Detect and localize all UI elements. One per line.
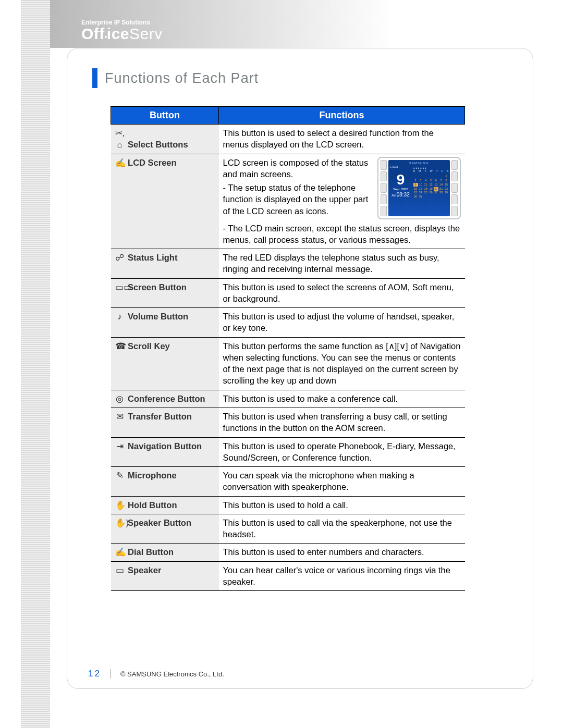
lcd-mock-time: 08:32 (397, 192, 410, 198)
table-row: ✍ Dial Button This button is used to ent… (111, 544, 465, 561)
table-row: ✍ LCD Screen LCD screen is composed of t… (111, 154, 465, 249)
status-icon: ☍ (115, 252, 125, 263)
left-texture-strip (21, 0, 50, 728)
speaker-label: Speaker (128, 565, 161, 575)
speaker-icon: ▭ (115, 564, 125, 576)
dow: W (430, 169, 432, 173)
footer-divider (111, 669, 111, 678)
conference-label: Conference Button (128, 394, 205, 403)
navigation-label: Navigation Button (128, 441, 202, 451)
lcd-icon: ✍ (115, 157, 125, 168)
dow: T (424, 169, 426, 173)
table-row: ☎ Scroll Key This button performs the sa… (111, 337, 465, 390)
speaker-desc: You can hear caller's voice or various i… (219, 561, 465, 591)
table-row: ✂, ⌂ Select Buttons This button is used … (111, 125, 465, 154)
dow: S (413, 169, 415, 173)
page-footer: 12 © SAMSUNG Electronics Co., Ltd. (88, 669, 224, 679)
transfer-label: Transfer Button (128, 412, 192, 421)
table-row: ♪ Volume Button This button is used to a… (111, 308, 465, 338)
conference-desc: This button is used to make a conference… (219, 390, 465, 408)
col-button: Button (111, 106, 219, 125)
table-row: ☍ Status Light The red LED displays the … (111, 249, 465, 279)
screen-desc: This button is used to select the screen… (219, 278, 465, 308)
lcd-mock-am: AM (391, 194, 396, 197)
lcd-mock-image: SAMSUNG C 0236 9 Sept. 2005 AM 08:32 (377, 157, 461, 219)
dow: S (447, 169, 449, 173)
lcd-mock-big: 9 (388, 172, 413, 187)
dial-icon: ✍ (115, 546, 125, 558)
status-label: Status Light (128, 253, 177, 262)
scroll-label: Scroll Key (128, 341, 170, 351)
lcd-label: LCD Screen (128, 158, 177, 167)
table-row: ⇥ Navigation Button This button is used … (111, 437, 465, 467)
col-functions: Functions (219, 106, 465, 125)
speaker-button-icon: ✋) (115, 517, 125, 528)
lcd-mock-code: C 0236 (388, 165, 413, 169)
speaker-button-label: Speaker Button (128, 518, 191, 527)
header-band: Enterprise IP Solutions OfficeServ (50, 0, 542, 48)
lcd-desc-b1: - The setup status of the telephone func… (223, 182, 372, 217)
title-accent-bar (92, 68, 97, 88)
volume-icon: ♪ (115, 311, 125, 322)
lcd-desc-b2: - The LCD main screen, except the status… (223, 223, 461, 246)
table-row: ✎ Microphone You can speak via the micro… (111, 467, 465, 497)
transfer-desc: This button is used when transferring a … (219, 408, 465, 437)
volume-label: Volume Button (128, 312, 188, 321)
speaker-button-desc: This button is used to call via the spea… (219, 514, 465, 544)
dial-label: Dial Button (128, 547, 174, 557)
section-title: Functions of Each Part (105, 70, 259, 87)
microphone-icon: ✎ (115, 470, 125, 481)
dow: F (442, 169, 443, 173)
lcd-calendar-grid: 1 2345678 9101112131415 16171819202122 2… (413, 175, 449, 199)
volume-desc: This button is used to adjust the volume… (219, 308, 465, 338)
brand-bold: Office (81, 25, 129, 42)
screen-label: Screen Button (128, 282, 187, 292)
conference-icon: ◎ (115, 393, 125, 404)
parts-table: Button Functions ✂, ⌂ Select Buttons Thi… (111, 106, 465, 591)
hold-icon: ✋ (115, 499, 125, 511)
dial-desc: This button is used to enter numbers and… (219, 544, 465, 561)
microphone-desc: You can speak via the microphone when ma… (219, 467, 465, 497)
lcd-desc-intro: LCD screen is composed of the status and… (223, 157, 372, 180)
dow: T (436, 169, 437, 173)
select-desc: This button is used to select a desired … (219, 125, 465, 154)
hold-desc: This button is used to hold a call. (219, 496, 465, 514)
brand-light: Serv (129, 25, 163, 42)
table-row: ✉ Transfer Button This button is used wh… (111, 408, 465, 437)
table-row: ▭ Speaker You can hear caller's voice or… (111, 561, 465, 591)
tagline: Enterprise IP Solutions (81, 0, 542, 26)
navigation-icon: ⇥ (115, 440, 125, 452)
dow: M (419, 169, 421, 173)
section-title-wrap: Functions of Each Part (92, 68, 508, 88)
copyright-text: © SAMSUNG Electronics Co., Ltd. (120, 670, 224, 678)
status-desc: The red LED displays the telephone statu… (219, 249, 465, 279)
select-label: Select Buttons (128, 140, 188, 149)
page-number: 12 (88, 669, 101, 679)
brand-logo: OfficeServ (81, 25, 542, 43)
lcd-mock-month: Sept. 2005 (388, 187, 413, 191)
lcd-mock-brand: SAMSUNG (388, 160, 450, 165)
table-row: ▭▭ Screen Button This button is used to … (111, 278, 465, 308)
hold-label: Hold Button (128, 500, 177, 510)
navigation-desc: This button is used to operate Phonebook… (219, 437, 465, 467)
table-row: ✋) Speaker Button This button is used to… (111, 514, 465, 544)
select-icon: ✂, ⌂ (115, 127, 125, 151)
table-row: ◎ Conference Button This button is used … (111, 390, 465, 408)
scroll-desc: This button performs the same function a… (219, 337, 465, 390)
screen-icon: ▭▭ (115, 281, 125, 293)
microphone-label: Microphone (128, 471, 177, 480)
page-frame: Functions of Each Part Button Functions … (67, 48, 533, 689)
scroll-icon: ☎ (115, 340, 125, 352)
transfer-icon: ✉ (115, 411, 125, 422)
table-row: ✋ Hold Button This button is used to hol… (111, 496, 465, 514)
